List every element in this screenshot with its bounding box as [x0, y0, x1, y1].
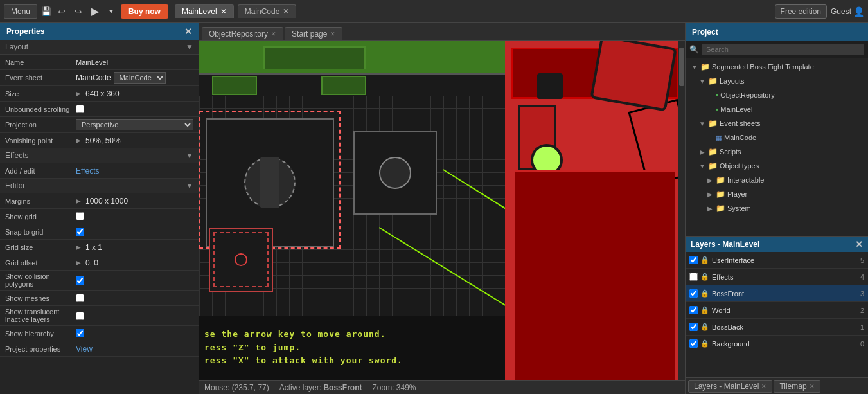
prop-grid-size-value: ▶ 1 x 1 — [76, 243, 193, 252]
layer-boss-back[interactable]: 🔒 BossBack 1 — [686, 319, 868, 336]
tab-maincode-close[interactable]: ✕ — [283, 7, 289, 16]
canvas-container[interactable]: se the arrow key to move around. ress "Z… — [199, 41, 685, 380]
tree-item-main-level[interactable]: ▶ ▪ MainLevel — [686, 102, 868, 116]
translucent-checkbox[interactable] — [76, 312, 84, 320]
collision-checkbox[interactable] — [76, 276, 84, 285]
prop-show-grid-row: Show grid — [0, 209, 199, 224]
layer-bossback-checkbox[interactable] — [689, 323, 698, 331]
tree-item-player[interactable]: ▶ 📁 Player — [686, 187, 868, 201]
tree-arrow-layouts[interactable]: ▼ — [698, 78, 706, 85]
project-title: Project — [692, 28, 718, 37]
tree-folder-player-icon: 📁 — [716, 190, 725, 199]
layers-close-button[interactable]: ✕ — [855, 239, 863, 249]
bottom-tab-tilemap-close[interactable]: ✕ — [810, 383, 815, 390]
undo-button[interactable]: ↩ — [55, 5, 68, 18]
save-icon[interactable]: 💾 — [41, 6, 51, 16]
margins-expand-icon[interactable]: ▶ — [76, 197, 81, 204]
section-effects[interactable]: Effects ▼ — [0, 148, 199, 163]
layer-ui-lock-icon: 🔒 — [700, 256, 709, 264]
bottom-tab-tilemap[interactable]: Tilemap ✕ — [774, 380, 820, 393]
tree-item-main-code[interactable]: ▶ ▦ MainCode — [686, 130, 868, 145]
layer-effects-checkbox[interactable] — [689, 273, 698, 281]
scrollbar-thumb[interactable] — [679, 48, 684, 86]
tree-item-system[interactable]: ▶ 📁 System — [686, 201, 868, 215]
layer-bossfront-checkbox[interactable] — [689, 289, 698, 298]
zoom-label: Zoom: — [372, 383, 394, 392]
vanishing-expand-icon[interactable]: ▶ — [76, 137, 81, 144]
size-expand-icon[interactable]: ▶ — [76, 90, 81, 97]
tree-arrow-event-sheets[interactable]: ▼ — [698, 120, 706, 127]
tree-label-interactable: Interactable — [727, 176, 764, 184]
layer-effects-lock-icon: 🔒 — [700, 273, 709, 281]
layer-ui-checkbox[interactable] — [689, 256, 698, 264]
layers-header: Layers - MainLevel ✕ — [686, 237, 868, 252]
prop-meshes-row: Show meshes — [0, 291, 199, 306]
section-editor[interactable]: Editor ▼ — [0, 179, 199, 193]
tab-obj-repo-close[interactable]: ✕ — [271, 31, 276, 37]
layer-world-checkbox[interactable] — [689, 306, 698, 314]
tree-item-obj-repo[interactable]: ▶ ▪ ObjectRepository — [686, 88, 868, 102]
guest-button[interactable]: Guest 👤 — [831, 6, 864, 17]
tree-arrow-system[interactable]: ▶ — [706, 205, 714, 212]
tab-object-repo[interactable]: ObjectRepository ✕ — [202, 27, 283, 40]
grid-size-expand-icon[interactable]: ▶ — [76, 244, 81, 251]
tab-mainlevel-close[interactable]: ✕ — [220, 7, 227, 16]
tree-arrow-scripts[interactable]: ▶ — [698, 148, 706, 156]
buy-button[interactable]: Buy now — [121, 4, 168, 19]
platform-block-3 — [209, 228, 273, 292]
bottom-tab-layers[interactable]: Layers - MainLevel ✕ — [688, 380, 772, 393]
tab-mainlevel[interactable]: MainLevel ✕ — [175, 4, 234, 18]
prop-add-edit-value: Effects — [76, 166, 193, 175]
projection-select[interactable]: Perspective — [76, 119, 193, 130]
project-search-input[interactable] — [702, 44, 864, 55]
redo-button[interactable]: ↪ — [72, 5, 85, 18]
snap-grid-checkbox[interactable] — [76, 228, 84, 236]
play-dropdown-button[interactable]: ▼ — [105, 6, 117, 16]
project-props-link[interactable]: View — [76, 345, 93, 354]
tab-maincode[interactable]: MainCode ✕ — [238, 4, 297, 18]
tab-obj-repo-label: ObjectRepository — [209, 30, 268, 39]
grid-offset-expand-icon[interactable]: ▶ — [76, 259, 81, 266]
tree-item-event-sheets[interactable]: ▼ 📁 Event sheets — [686, 116, 868, 130]
hierarchy-checkbox[interactable] — [76, 329, 84, 337]
tree-item-layouts[interactable]: ▼ 📁 Layouts — [686, 74, 868, 88]
layer-world[interactable]: 🔒 World 2 — [686, 302, 868, 319]
prop-grid-offset-value: ▶ 0, 0 — [76, 258, 193, 267]
properties-close-button[interactable]: ✕ — [184, 26, 192, 37]
event-sheet-select[interactable]: MainCode — [114, 72, 166, 84]
tree-arrow-object-types[interactable]: ▼ — [698, 163, 706, 170]
layer-user-interface[interactable]: 🔒 UserInterface 5 — [686, 252, 868, 269]
vertical-scrollbar[interactable] — [678, 41, 685, 380]
editor-tabs-bar: ObjectRepository ✕ Start page ✕ — [199, 23, 685, 41]
bottom-tab-layers-close[interactable]: ✕ — [761, 383, 766, 390]
tree-label-event-sheets: Event sheets — [720, 120, 761, 127]
tree-item-interactable[interactable]: ▶ 📁 Interactable — [686, 173, 868, 187]
layer-background[interactable]: 🔒 Background 0 — [686, 336, 868, 352]
tree-item-object-types[interactable]: ▼ 📁 Object types — [686, 159, 868, 173]
layer-bossfront-count: 3 — [851, 290, 864, 298]
layer-world-lock-icon: 🔒 — [700, 306, 709, 314]
meshes-checkbox[interactable] — [76, 294, 84, 302]
tree-arrow-player[interactable]: ▶ — [706, 191, 714, 198]
tab-start-page[interactable]: Start page ✕ — [285, 27, 342, 40]
layer-world-count: 2 — [851, 307, 864, 314]
play-button[interactable]: ▶ — [89, 4, 102, 19]
section-layout[interactable]: Layout ▼ — [0, 40, 199, 55]
free-edition-badge: Free edition — [775, 4, 827, 19]
tab-start-close[interactable]: ✕ — [330, 31, 335, 37]
effects-link[interactable]: Effects — [76, 166, 99, 175]
tree-label-object-types: Object types — [720, 162, 759, 170]
menu-button[interactable]: Menu — [4, 4, 37, 19]
grid-size-text: 1 x 1 — [85, 243, 102, 252]
layer-effects[interactable]: 🔒 Effects 4 — [686, 269, 868, 285]
unbounded-checkbox[interactable] — [76, 105, 84, 113]
tree-folder-event-sheets-icon: 📁 — [708, 119, 718, 128]
layer-bg-checkbox[interactable] — [689, 339, 698, 348]
show-grid-checkbox[interactable] — [76, 212, 84, 220]
tree-arrow-root[interactable]: ▼ — [691, 64, 698, 71]
robot-body — [505, 41, 685, 380]
tree-item-scripts[interactable]: ▶ 📁 Scripts — [686, 145, 868, 159]
layer-boss-front[interactable]: 🔒 BossFront 3 — [686, 285, 868, 302]
tree-item-root[interactable]: ▼ 📁 Segmented Boss Fight Template — [686, 60, 868, 74]
tree-arrow-interactable[interactable]: ▶ — [706, 177, 714, 184]
